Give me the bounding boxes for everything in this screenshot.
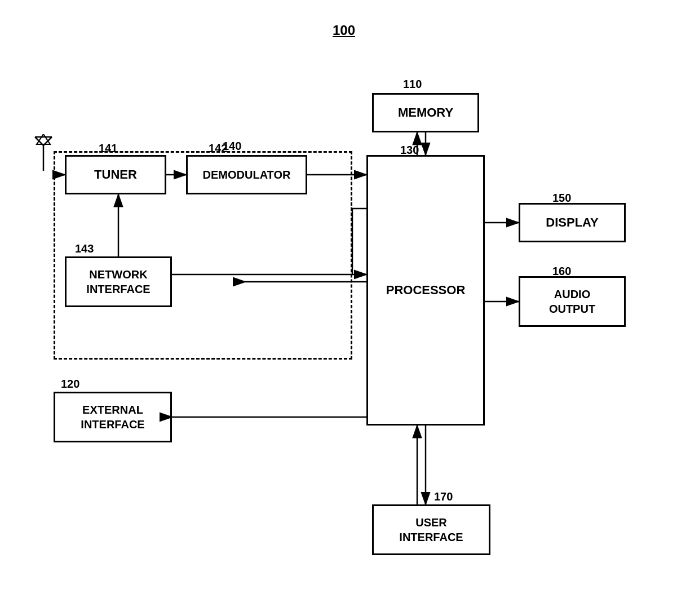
- tuner-number: 141: [99, 142, 117, 155]
- demodulator-label: DEMODULATOR: [203, 167, 291, 182]
- external-interface-label: EXTERNALINTERFACE: [81, 402, 144, 432]
- processor-box: PROCESSOR: [366, 155, 485, 426]
- user-interface-box: USERINTERFACE: [372, 504, 490, 555]
- network-interface-number: 143: [75, 242, 94, 255]
- user-interface-number: 170: [434, 490, 453, 503]
- network-interface-box: NETWORKINTERFACE: [65, 256, 172, 307]
- processor-label: PROCESSOR: [386, 282, 466, 299]
- memory-number: 110: [403, 78, 422, 91]
- memory-box: MEMORY: [372, 93, 479, 132]
- diagram: 100 110 MEMORY 140 141 TUNER 142 DEMODUL…: [0, 0, 699, 616]
- tuner-box: TUNER: [65, 155, 166, 194]
- antenna-icon: [29, 134, 57, 174]
- svg-marker-4: [37, 134, 50, 144]
- external-interface-box: EXTERNALINTERFACE: [54, 392, 172, 442]
- external-interface-number: 120: [61, 378, 79, 391]
- memory-label: MEMORY: [398, 105, 453, 121]
- demodulator-box: DEMODULATOR: [186, 155, 307, 194]
- audio-output-label: AUDIOOUTPUT: [549, 287, 595, 316]
- user-interface-label: USERINTERFACE: [399, 515, 463, 544]
- audio-output-box: AUDIOOUTPUT: [519, 276, 626, 327]
- network-interface-label: NETWORKINTERFACE: [86, 267, 150, 296]
- display-label: DISPLAY: [546, 215, 598, 231]
- demodulator-number: 142: [209, 142, 227, 155]
- tuner-label: TUNER: [94, 167, 137, 183]
- diagram-title: 100: [333, 23, 355, 38]
- display-box: DISPLAY: [519, 203, 626, 242]
